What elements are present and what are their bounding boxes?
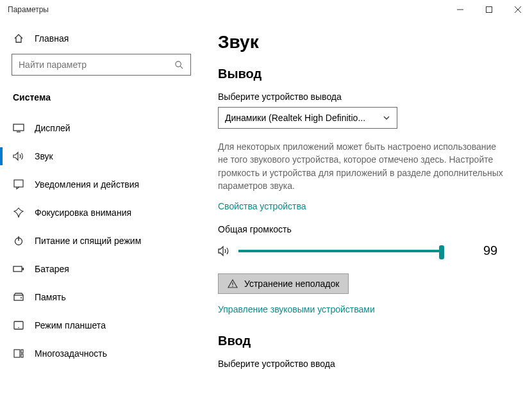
display-icon xyxy=(13,124,24,133)
slider-thumb[interactable] xyxy=(439,245,444,259)
sidebar-item-notifications[interactable]: Уведомления и действия xyxy=(0,170,199,199)
battery-icon xyxy=(13,265,24,273)
svg-rect-5 xyxy=(13,266,22,272)
svg-rect-6 xyxy=(22,268,24,270)
sidebar-item-sound[interactable]: Звук xyxy=(0,142,199,170)
svg-rect-2 xyxy=(13,124,24,131)
input-select-label: Выберите устройство ввода xyxy=(218,359,517,369)
category-label: Система xyxy=(0,87,199,114)
sidebar-item-battery[interactable]: Батарея xyxy=(0,255,199,283)
manage-devices-link[interactable]: Управление звуковыми устройствами xyxy=(218,304,375,314)
output-device-select[interactable]: Динамики (Realtek High Definitio... xyxy=(218,107,397,129)
sound-icon xyxy=(13,151,24,161)
sidebar-item-label: Режим планшета xyxy=(35,320,106,330)
troubleshoot-button[interactable]: Устранение неполадок xyxy=(218,273,349,294)
sidebar-item-multitasking[interactable]: Многозадачность xyxy=(0,339,199,368)
window-title: Параметры xyxy=(8,5,49,14)
sidebar-item-label: Память xyxy=(35,292,66,302)
svg-rect-3 xyxy=(14,180,23,187)
svg-point-14 xyxy=(232,286,233,287)
svg-point-1 xyxy=(176,61,181,66)
volume-value: 99 xyxy=(483,243,497,258)
multitasking-icon xyxy=(13,349,24,358)
warning-icon xyxy=(228,279,238,289)
svg-point-8 xyxy=(21,297,22,298)
output-device-value: Динамики (Realtek High Definitio... xyxy=(225,113,365,123)
troubleshoot-label: Устранение неполадок xyxy=(244,279,339,289)
sidebar-item-storage[interactable]: Память xyxy=(0,283,199,311)
window-controls xyxy=(445,0,532,19)
volume-label: Общая громкость xyxy=(218,224,517,234)
home-link[interactable]: Главная xyxy=(0,27,199,50)
device-properties-link[interactable]: Свойства устройства xyxy=(218,201,306,211)
search-input[interactable] xyxy=(12,54,191,76)
maximize-button[interactable] xyxy=(474,0,503,19)
svg-rect-13 xyxy=(21,354,23,357)
close-button[interactable] xyxy=(503,0,532,19)
output-select-label: Выберите устройство вывода xyxy=(218,92,517,102)
content: Звук Вывод Выберите устройство вывода Ди… xyxy=(199,19,532,406)
notifications-icon xyxy=(13,179,24,190)
svg-point-10 xyxy=(18,327,19,329)
sidebar-item-label: Уведомления и действия xyxy=(35,179,139,190)
search-icon xyxy=(174,60,184,70)
svg-rect-11 xyxy=(14,350,20,357)
page-title: Звук xyxy=(218,32,517,53)
home-icon xyxy=(13,33,24,44)
sidebar-item-label: Питание и спящий режим xyxy=(35,236,141,246)
volume-control: 99 xyxy=(218,243,517,258)
input-heading: Ввод xyxy=(218,334,517,348)
sidebar: Главная Система Дисплей xyxy=(0,19,199,406)
sidebar-nav: Дисплей Звук Уведомления и действия xyxy=(0,114,199,368)
tablet-icon xyxy=(13,321,24,330)
sidebar-item-label: Батарея xyxy=(35,264,69,274)
titlebar: Параметры xyxy=(0,0,532,19)
sidebar-item-tablet[interactable]: Режим планшета xyxy=(0,311,199,339)
sidebar-item-power[interactable]: Питание и спящий режим xyxy=(0,227,199,255)
svg-rect-0 xyxy=(486,7,492,13)
home-label: Главная xyxy=(35,33,69,44)
volume-slider[interactable] xyxy=(238,245,444,257)
volume-icon xyxy=(218,245,231,257)
svg-rect-12 xyxy=(21,350,23,353)
sidebar-item-display[interactable]: Дисплей xyxy=(0,114,199,142)
search-field[interactable] xyxy=(19,60,174,70)
output-description: Для некоторых приложений может быть наст… xyxy=(218,140,506,192)
sidebar-item-focus[interactable]: Фокусировка внимания xyxy=(0,199,199,227)
focus-icon xyxy=(13,207,24,218)
minimize-button[interactable] xyxy=(445,0,474,19)
chevron-down-icon xyxy=(383,114,390,122)
sidebar-item-label: Фокусировка внимания xyxy=(35,207,131,218)
power-icon xyxy=(13,236,24,246)
sidebar-item-label: Звук xyxy=(35,151,53,161)
sidebar-item-label: Многозадачность xyxy=(35,348,107,359)
output-heading: Вывод xyxy=(218,67,517,81)
sidebar-item-label: Дисплей xyxy=(35,123,71,133)
storage-icon xyxy=(13,293,24,302)
